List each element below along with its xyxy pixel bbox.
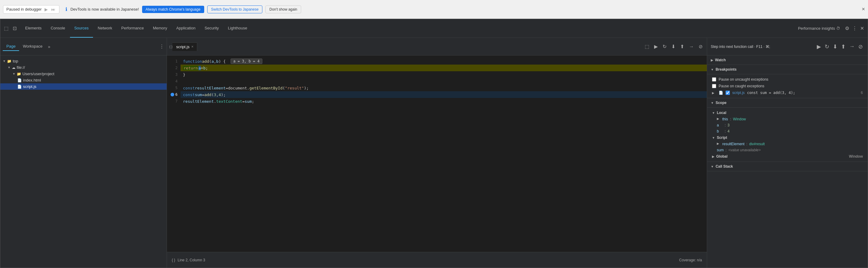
result-element-expand[interactable]: ▶ [717, 142, 719, 145]
cloud-icon: ☁ [12, 65, 16, 70]
pause-uncaught-row: Pause on uncaught exceptions [712, 76, 863, 83]
resume-button[interactable]: ▶ [43, 7, 49, 12]
tab-application[interactable]: Application [172, 19, 200, 38]
script-js-tab-label: script.js [176, 44, 189, 49]
settings-button[interactable]: ⚙ [844, 24, 850, 32]
close-script-js-tab[interactable]: × [191, 44, 193, 49]
step-over-button[interactable]: ↻ [824, 42, 831, 51]
pause-uncaught-checkbox[interactable] [712, 77, 716, 82]
global-label: Global [716, 154, 727, 158]
timer-icon: ⏱ [836, 26, 840, 31]
this-label: this [722, 117, 728, 121]
scope-section-header[interactable]: ▼ Scope [707, 98, 868, 108]
local-section-header[interactable]: ▼ Local [712, 110, 863, 116]
bp-expand-arrow: ▶ [712, 91, 714, 95]
breakpoints-section-header[interactable]: ▼ Breakpoints [707, 65, 868, 74]
bp-file-icon: 📄 [719, 91, 723, 95]
tab-performance[interactable]: Performance [117, 19, 148, 38]
step-button-right[interactable]: → [848, 42, 856, 51]
right-panel-content: ▶ Watch ▼ Breakpoints Pause on uncaught … [707, 56, 868, 268]
script-arrow: ▼ [712, 136, 715, 140]
panel-row: Page Workspace » ⋮ ▼ 📁 top ▼ ☁ [0, 38, 868, 268]
tab-lighthouse[interactable]: Lighthouse [224, 19, 251, 38]
tab-menu-button[interactable]: ⋮ [159, 44, 164, 50]
watch-section-header[interactable]: ▶ Watch [707, 56, 868, 65]
continue-button[interactable]: ▶ [652, 42, 659, 51]
this-expand[interactable]: ▶ [717, 117, 719, 120]
deactivate-breakpoints-button[interactable]: ⊘ [697, 42, 704, 51]
right-panel: Step into next function call · F11 · ⌘; … [707, 38, 868, 268]
step-over-code-button[interactable]: ↻ [661, 42, 668, 51]
fn-add: add [202, 59, 209, 64]
tree-item-script-js[interactable]: 📄 script.js [0, 83, 167, 90]
deactivate-bp-button[interactable]: ⊘ [857, 42, 864, 51]
device-toolbar-button[interactable]: ⊡ [11, 24, 18, 32]
tab-elements[interactable]: Elements [21, 19, 46, 38]
scope-arrow: ▼ [711, 101, 714, 105]
toggle-panel-button[interactable]: ⬚ [643, 42, 651, 51]
close-notification-button[interactable]: × [862, 6, 865, 12]
scope-result-element: ▶ resultElement : div#result [717, 141, 863, 147]
code-lines[interactable]: function add ( a , b ) { a = 3, b = 4 re… [181, 56, 707, 252]
tree-label-project: Users/user/project [23, 71, 54, 76]
tree-item-project[interactable]: ▼ 📁 Users/user/project [0, 71, 167, 77]
info-message: DevTools is now available in Japanese! [70, 7, 139, 11]
tree-item-top[interactable]: ▼ 📁 top [0, 58, 167, 64]
bp-checkbox[interactable] [725, 91, 730, 95]
global-section-header[interactable]: ▶ Global Window [712, 153, 863, 160]
tree-item-file[interactable]: ▼ ☁ file:// [0, 64, 167, 71]
inspect-element-button[interactable]: ⬚ [3, 24, 10, 32]
script-js-tab[interactable]: script.js × [173, 42, 197, 51]
step-out-code-button[interactable]: ⬆ [678, 42, 686, 51]
step-out-button[interactable]: ⬆ [840, 42, 847, 51]
pause-caught-checkbox[interactable] [712, 84, 716, 88]
tree-item-index-html[interactable]: 📄 index.html [0, 77, 167, 83]
perf-insights-label: Performance insights ⏱ [795, 26, 843, 31]
file-icon-js: 📄 [17, 85, 22, 89]
nav-tab-icons: ⬚ ⊡ [3, 24, 18, 32]
code-line-3: } [181, 71, 707, 78]
close-devtools-button[interactable]: ✕ [859, 24, 865, 32]
tab-security[interactable]: Security [200, 19, 223, 38]
page-tab[interactable]: Page [3, 42, 19, 51]
curly-braces-icon: { } [169, 45, 173, 49]
this-value: Window [733, 117, 746, 121]
status-bar: { } Line 2, Column 3 Coverage: n/a [167, 252, 707, 268]
paused-badge: Paused in debugger ▶ ⏭ [3, 5, 59, 13]
always-match-button[interactable]: Always match Chrome's language [142, 6, 204, 13]
top-bar: Paused in debugger ▶ ⏭ ℹ DevTools is now… [0, 0, 868, 19]
expand-arrow-project: ▼ [12, 72, 16, 76]
call-stack-section-header[interactable]: ▼ Call Stack [707, 162, 868, 171]
step-into-button[interactable]: ⬇ [832, 42, 839, 51]
breakpoints-arrow: ▼ [711, 68, 714, 71]
step-into-code-button[interactable]: ⬇ [670, 42, 677, 51]
code-line-7: resultElement . textContent = sum ; [181, 98, 707, 105]
line-num-4: 4 [167, 78, 178, 85]
tree-label-script-js: script.js [23, 84, 36, 89]
debugger-header: Step into next function call · F11 · ⌘; … [707, 38, 868, 56]
step-over-button[interactable]: ⏭ [51, 7, 56, 12]
more-options-button[interactable]: ⋮ [851, 24, 858, 32]
dont-show-again-button[interactable]: Don't show again [266, 5, 301, 13]
watch-arrow: ▶ [711, 59, 713, 62]
folder-icon: 📁 [7, 59, 11, 63]
tab-memory[interactable]: Memory [149, 19, 172, 38]
script-section-header[interactable]: ▼ Script [712, 134, 863, 141]
workspace-tab[interactable]: Workspace [19, 42, 46, 51]
tab-sources[interactable]: Sources [70, 19, 93, 38]
call-stack-arrow: ▼ [711, 165, 714, 168]
tab-network[interactable]: Network [94, 19, 117, 38]
tab-console[interactable]: Console [46, 19, 69, 38]
tree-label-index-html: index.html [23, 78, 41, 83]
scope-sum: sum : <value unavailable> [717, 147, 863, 153]
watch-label: Watch [715, 58, 726, 62]
tree-label-file: file:// [17, 65, 25, 70]
code-panel: { } script.js × ⬚ ▶ ↻ ⬇ ⬆ → ⊘ 1 [167, 38, 707, 268]
step-button[interactable]: → [687, 42, 695, 51]
resume-execution-button[interactable]: ▶ [815, 42, 822, 51]
curly-icon: { } [172, 258, 175, 262]
more-tabs-button[interactable]: » [46, 42, 52, 51]
tree-label-top: top [13, 59, 18, 63]
switch-to-japanese-button[interactable]: Switch DevTools to Japanese [207, 5, 263, 13]
bp-line-number: 6 [861, 91, 863, 95]
